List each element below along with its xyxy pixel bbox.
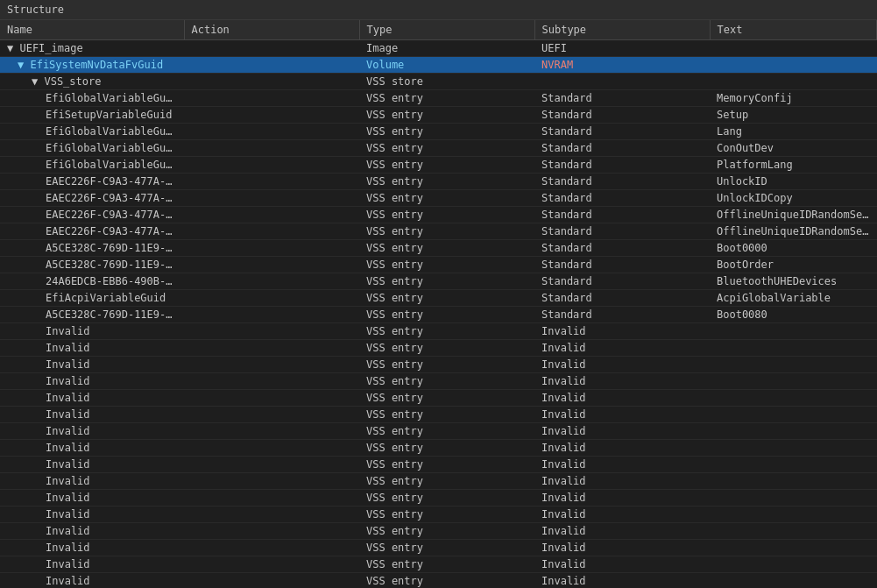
- cell-text: OfflineUniqueIDRandomSeedCRC: [710, 223, 877, 240]
- cell-name: EAEC226F-C9A3-477A-A826...: [0, 190, 184, 207]
- cell-subtype: Standard: [534, 257, 710, 273]
- window-title: Structure: [7, 4, 64, 16]
- table-row[interactable]: 24A6EDCB-EBB6-490B-A455...VSS entryStand…: [0, 273, 877, 290]
- cell-text: Boot0000: [710, 240, 877, 257]
- cell-name: EfiGlobalVariableGuid: [0, 140, 184, 157]
- col-header-type[interactable]: Type: [359, 20, 534, 40]
- cell-subtype: Standard: [534, 307, 710, 323]
- cell-action: [184, 407, 359, 423]
- table-row[interactable]: InvalidVSS entryInvalid: [0, 507, 877, 523]
- cell-text: [710, 473, 877, 490]
- cell-name: EfiSetupVariableGuid: [0, 107, 184, 124]
- cell-type: VSS entry: [359, 556, 534, 573]
- structure-table-container[interactable]: Name Action Type Subtype Text ▼ UEFI_ima…: [0, 20, 877, 587]
- table-row[interactable]: InvalidVSS entryInvalid: [0, 556, 877, 573]
- cell-type: VSS entry: [359, 140, 534, 157]
- cell-type: VSS entry: [359, 107, 534, 124]
- table-row[interactable]: InvalidVSS entryInvalid: [0, 373, 877, 390]
- cell-subtype: [534, 74, 710, 90]
- cell-subtype: Standard: [534, 190, 710, 207]
- table-row[interactable]: ▼ VSS_storeVSS store: [0, 74, 877, 90]
- cell-subtype: Invalid: [534, 390, 710, 407]
- table-row[interactable]: InvalidVSS entryInvalid: [0, 423, 877, 440]
- table-row[interactable]: InvalidVSS entryInvalid: [0, 490, 877, 507]
- cell-type: VSS entry: [359, 90, 534, 107]
- table-row[interactable]: A5CE328C-769D-11E9-94C7...VSS entryStand…: [0, 257, 877, 273]
- cell-subtype: Standard: [534, 174, 710, 190]
- cell-text: [710, 540, 877, 556]
- table-row[interactable]: EfiGlobalVariableGuidVSS entryStandardMe…: [0, 90, 877, 107]
- table-row[interactable]: InvalidVSS entryInvalid: [0, 390, 877, 407]
- cell-text: Setup: [710, 107, 877, 124]
- table-row[interactable]: InvalidVSS entryInvalid: [0, 407, 877, 423]
- cell-type: VSS entry: [359, 440, 534, 457]
- table-row[interactable]: EfiGlobalVariableGuidVSS entryStandardCo…: [0, 140, 877, 157]
- table-row[interactable]: ▼ UEFI_imageImageUEFI: [0, 40, 877, 57]
- table-row[interactable]: InvalidVSS entryInvalid: [0, 323, 877, 340]
- cell-type: VSS entry: [359, 573, 534, 588]
- cell-action: [184, 307, 359, 323]
- cell-action: [184, 423, 359, 440]
- cell-action: [184, 490, 359, 507]
- cell-subtype: Invalid: [534, 573, 710, 588]
- cell-action: [184, 357, 359, 373]
- cell-name: EfiAcpiVariableGuid: [0, 290, 184, 307]
- cell-type: Volume: [359, 57, 534, 74]
- table-row[interactable]: EfiAcpiVariableGuidVSS entryStandardAcpi…: [0, 290, 877, 307]
- col-header-subtype[interactable]: Subtype: [534, 20, 710, 40]
- cell-action: [184, 573, 359, 588]
- table-row[interactable]: EAEC226F-C9A3-477A-A826...VSS entryStand…: [0, 174, 877, 190]
- table-row[interactable]: InvalidVSS entryInvalid: [0, 457, 877, 473]
- table-row[interactable]: InvalidVSS entryInvalid: [0, 523, 877, 540]
- col-header-name[interactable]: Name: [0, 20, 184, 40]
- table-row[interactable]: EfiSetupVariableGuidVSS entryStandardSet…: [0, 107, 877, 124]
- table-row[interactable]: InvalidVSS entryInvalid: [0, 540, 877, 556]
- table-row[interactable]: A5CE328C-769D-11E9-94C7...VSS entryStand…: [0, 240, 877, 257]
- cell-type: VSS entry: [359, 190, 534, 207]
- col-header-text[interactable]: Text: [710, 20, 877, 40]
- cell-name: ▼ EfiSystemNvDataFvGuid: [0, 57, 184, 74]
- cell-subtype: Standard: [534, 90, 710, 107]
- table-row[interactable]: EAEC226F-C9A3-477A-A826...VSS entryStand…: [0, 190, 877, 207]
- cell-action: [184, 457, 359, 473]
- cell-name: Invalid: [0, 490, 184, 507]
- cell-name: EAEC226F-C9A3-477A-A826...: [0, 207, 184, 223]
- cell-action: [184, 273, 359, 290]
- table-row[interactable]: A5CE328C-769D-11E9-94C7...VSS entryStand…: [0, 307, 877, 323]
- table-row[interactable]: ▼ EfiSystemNvDataFvGuidVolumeNVRAM: [0, 57, 877, 74]
- table-row[interactable]: EfiGlobalVariableGuidVSS entryStandardPl…: [0, 157, 877, 174]
- table-row[interactable]: EfiGlobalVariableGuidVSS entryStandardLa…: [0, 124, 877, 140]
- cell-text: [710, 57, 877, 74]
- cell-type: VSS entry: [359, 240, 534, 257]
- table-row[interactable]: EAEC226F-C9A3-477A-A826...VSS entryStand…: [0, 223, 877, 240]
- cell-text: BootOrder: [710, 257, 877, 273]
- table-row[interactable]: InvalidVSS entryInvalid: [0, 573, 877, 588]
- cell-name: ▼ UEFI_image: [0, 40, 184, 57]
- structure-table: Name Action Type Subtype Text ▼ UEFI_ima…: [0, 20, 877, 587]
- cell-subtype: Invalid: [534, 373, 710, 390]
- cell-subtype: Invalid: [534, 473, 710, 490]
- cell-type: VSS entry: [359, 207, 534, 223]
- cell-text: [710, 407, 877, 423]
- cell-name: Invalid: [0, 323, 184, 340]
- col-header-action[interactable]: Action: [184, 20, 359, 40]
- cell-subtype: Invalid: [534, 556, 710, 573]
- cell-type: VSS entry: [359, 373, 534, 390]
- cell-type: VSS entry: [359, 340, 534, 357]
- table-row[interactable]: EAEC226F-C9A3-477A-A826...VSS entryStand…: [0, 207, 877, 223]
- cell-text: OfflineUniqueIDRandomSeed: [710, 207, 877, 223]
- cell-subtype: Invalid: [534, 540, 710, 556]
- cell-subtype: Invalid: [534, 507, 710, 523]
- cell-type: VSS entry: [359, 540, 534, 556]
- cell-type: VSS entry: [359, 174, 534, 190]
- cell-name: Invalid: [0, 423, 184, 440]
- cell-name: Invalid: [0, 573, 184, 588]
- table-row[interactable]: InvalidVSS entryInvalid: [0, 340, 877, 357]
- cell-text: [710, 423, 877, 440]
- table-row[interactable]: InvalidVSS entryInvalid: [0, 473, 877, 490]
- cell-subtype: Invalid: [534, 457, 710, 473]
- table-row[interactable]: InvalidVSS entryInvalid: [0, 440, 877, 457]
- table-row[interactable]: InvalidVSS entryInvalid: [0, 357, 877, 373]
- cell-text: [710, 340, 877, 357]
- cell-action: [184, 57, 359, 74]
